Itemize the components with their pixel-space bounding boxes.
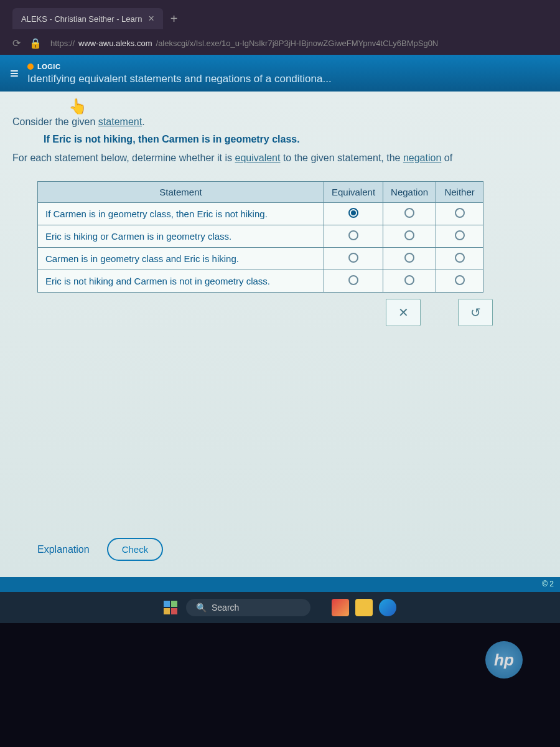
- radio-cell-neg: [383, 270, 436, 293]
- radio-eq[interactable]: [348, 253, 358, 263]
- given-statement: If Eric is not hiking, then Carmen is in…: [44, 134, 548, 145]
- url-path: /alekscgi/x/Isl.exe/1o_u-IgNsIkr7j8P3jH-…: [156, 39, 439, 48]
- equivalent-link[interactable]: equivalent: [235, 153, 281, 163]
- browser-tab[interactable]: ALEKS - Christian Seither - Learn ×: [12, 8, 163, 29]
- table-row: Eric is hiking or Carmen is in geometry …: [38, 225, 483, 248]
- topic-title: Identifying equivalent statements and ne…: [27, 73, 550, 85]
- content-panel: 👆 Consider the given statement. If Eric …: [0, 92, 560, 577]
- footer-strip: © 2: [0, 577, 560, 592]
- radio-cell-nei: [436, 203, 483, 225]
- app-header: ≡ LOGIC Identifying equivalent statement…: [0, 55, 560, 92]
- topic-dot-icon: [27, 63, 34, 70]
- tab-bar: ALEKS - Christian Seither - Learn × +: [0, 6, 560, 31]
- reset-button[interactable]: ↺: [458, 299, 493, 326]
- radio-eq[interactable]: [348, 208, 358, 218]
- statement-cell: Carmen is in geometry class and Eric is …: [38, 248, 324, 270]
- taskbar-icons: [332, 599, 396, 616]
- tool-row: ✕ ↺: [37, 293, 523, 326]
- search-placeholder: Search: [212, 603, 239, 613]
- radio-eq[interactable]: [348, 275, 358, 285]
- prompt-intro-before: Consider the given: [12, 116, 98, 127]
- prompt-instruction: For each statement below, determine whet…: [12, 153, 548, 164]
- desk-surface: [0, 623, 560, 747]
- radio-neg[interactable]: [404, 208, 414, 218]
- taskbar-file-explorer[interactable]: [355, 599, 373, 616]
- radio-nei[interactable]: [455, 253, 465, 263]
- taskbar-app-1[interactable]: [332, 599, 349, 616]
- radio-cell-eq: [324, 270, 383, 293]
- answer-table-wrap: Statement Equivalent Negation Neither If…: [0, 170, 560, 337]
- site-info-icon[interactable]: 🔒: [29, 37, 42, 49]
- table-row: Carmen is in geometry class and Eric is …: [38, 248, 483, 270]
- radio-nei[interactable]: [455, 275, 465, 285]
- cursor-icon: 👆: [68, 98, 87, 115]
- radio-cell-nei: [436, 270, 483, 293]
- topic-tag-label: LOGIC: [37, 63, 60, 70]
- clear-button[interactable]: ✕: [386, 299, 421, 326]
- statement-link[interactable]: statement: [98, 116, 142, 127]
- statement-cell: Eric is not hiking and Carmen is not in …: [38, 270, 324, 293]
- radio-eq[interactable]: [348, 230, 358, 240]
- search-icon: 🔍: [196, 603, 207, 613]
- radio-cell-eq: [324, 225, 383, 248]
- url-box[interactable]: https:// www-awu.aleks.com /alekscgi/x/I…: [50, 39, 548, 48]
- radio-cell-neg: [383, 225, 436, 248]
- instr-mid: to the given statement, the: [280, 153, 403, 163]
- refresh-icon[interactable]: ⟳: [12, 37, 21, 49]
- url-scheme: https://: [50, 39, 75, 48]
- table-row: Eric is not hiking and Carmen is not in …: [38, 270, 483, 293]
- taskbar: 🔍 Search: [0, 592, 560, 623]
- url-domain: www-awu.aleks.com: [78, 39, 152, 48]
- instr-after: of: [441, 153, 452, 163]
- col-statement: Statement: [38, 182, 324, 203]
- statement-cell: If Carmen is in geometry class, then Eri…: [38, 203, 324, 225]
- prompt-intro-after: .: [142, 116, 144, 127]
- col-negation: Negation: [383, 182, 436, 203]
- radio-neg[interactable]: [404, 275, 414, 285]
- col-neither: Neither: [436, 182, 483, 203]
- windows-start-icon[interactable]: [164, 601, 177, 614]
- tab-title: ALEKS - Christian Seither - Learn: [21, 14, 142, 24]
- radio-nei[interactable]: [455, 230, 465, 240]
- address-bar: ⟳ 🔒 https:// www-awu.aleks.com /alekscgi…: [0, 31, 560, 55]
- copyright: © 2: [542, 580, 554, 588]
- prompt-intro: Consider the given statement.: [12, 116, 548, 128]
- new-tab-button[interactable]: +: [170, 12, 178, 26]
- radio-cell-eq: [324, 203, 383, 225]
- menu-icon[interactable]: ≡: [10, 65, 19, 82]
- negation-link[interactable]: negation: [403, 153, 441, 163]
- radio-neg[interactable]: [404, 230, 414, 240]
- close-tab-icon[interactable]: ×: [148, 13, 154, 24]
- radio-cell-nei: [436, 248, 483, 270]
- explanation-link[interactable]: Explanation: [37, 544, 90, 555]
- statement-cell: Eric is hiking or Carmen is in geometry …: [38, 225, 324, 248]
- col-equivalent: Equivalent: [324, 182, 383, 203]
- table-row: If Carmen is in geometry class, then Eri…: [38, 203, 483, 225]
- radio-cell-neg: [383, 248, 436, 270]
- radio-cell-eq: [324, 248, 383, 270]
- taskbar-search[interactable]: 🔍 Search: [186, 599, 310, 616]
- check-button[interactable]: Check: [107, 538, 164, 561]
- radio-nei[interactable]: [455, 208, 465, 218]
- radio-cell-neg: [383, 203, 436, 225]
- radio-neg[interactable]: [404, 253, 414, 263]
- taskbar-edge[interactable]: [379, 599, 396, 616]
- instr-before: For each statement below, determine whet…: [12, 153, 235, 163]
- radio-cell-nei: [436, 225, 483, 248]
- bottom-actions: Explanation Check: [37, 538, 163, 561]
- header-content: LOGIC Identifying equivalent statements …: [27, 61, 550, 85]
- answer-table: Statement Equivalent Negation Neither If…: [37, 181, 483, 293]
- topic-tag: LOGIC: [27, 63, 60, 70]
- browser-chrome: ALEKS - Christian Seither - Learn × + ⟳ …: [0, 0, 560, 55]
- hp-logo: hp: [485, 641, 523, 679]
